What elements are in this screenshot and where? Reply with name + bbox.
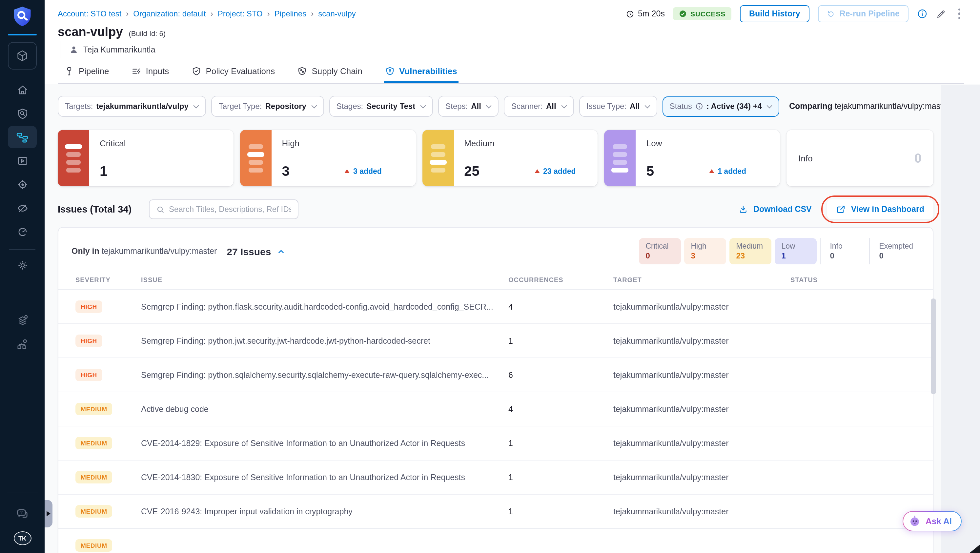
severity-cards: Critical 1 High 3 3 added bbox=[58, 130, 934, 186]
issues-header: Issues (Total 34) Download CSV View in D… bbox=[58, 199, 934, 219]
issue-title: CVE-2016-9243: Improper input validation… bbox=[141, 507, 508, 516]
chip-exempted[interactable]: Exempted 0 bbox=[869, 238, 920, 264]
main-area: Account: STO test› Organization: default… bbox=[45, 0, 980, 553]
medium-count: 25 bbox=[464, 163, 479, 179]
layers-settings-icon[interactable] bbox=[8, 309, 37, 331]
help-chat-icon[interactable]: ? bbox=[8, 502, 37, 525]
sidebar: ? TK bbox=[0, 0, 45, 553]
filter-bar: Targets:tejakummarikuntla/vulpy Target T… bbox=[58, 96, 934, 117]
targets-icon[interactable] bbox=[8, 173, 37, 195]
severity-level-indicator bbox=[605, 130, 636, 186]
breadcrumb-pipelines[interactable]: Pipelines bbox=[275, 9, 306, 18]
gauge-icon[interactable] bbox=[8, 221, 37, 243]
occurrences: 1 bbox=[508, 439, 613, 448]
table-row[interactable]: MEDIUM CVE-2014-1829: Exposure of Sensit… bbox=[58, 426, 933, 460]
up-triangle-icon bbox=[709, 169, 714, 173]
download-csv-button[interactable]: Download CSV bbox=[739, 205, 812, 214]
tab-policy-evaluations[interactable]: Policy Evaluations bbox=[190, 60, 276, 83]
table-row[interactable]: HIGH Semgrep Finding: python.sqlalchemy.… bbox=[58, 358, 933, 392]
sto-shield-logo-icon[interactable] bbox=[11, 5, 33, 30]
filter-stages[interactable]: Stages:Security Test bbox=[329, 96, 433, 117]
module-cube-icon[interactable] bbox=[8, 42, 37, 70]
breadcrumb-project[interactable]: Project: STO bbox=[218, 9, 263, 18]
edit-pencil-icon[interactable] bbox=[936, 9, 945, 19]
table-row[interactable]: MEDIUM Active debug code 4 tejakummariku… bbox=[58, 392, 933, 426]
chip-low[interactable]: Low 1 bbox=[775, 238, 817, 264]
tab-inputs[interactable]: Inputs bbox=[130, 60, 170, 83]
tab-pipeline[interactable]: Pipeline bbox=[63, 60, 111, 83]
filter-steps[interactable]: Steps:All bbox=[438, 96, 499, 117]
breadcrumb-org[interactable]: Organization: default bbox=[133, 9, 206, 18]
severity-level-indicator bbox=[422, 130, 453, 186]
author-line: Teja Kummarikuntla bbox=[60, 41, 964, 59]
chip-high[interactable]: High 3 bbox=[684, 238, 726, 264]
up-triangle-icon bbox=[345, 169, 350, 173]
severity-badge: HIGH bbox=[75, 335, 102, 347]
table-row[interactable]: HIGH Semgrep Finding: python.jwt.securit… bbox=[58, 323, 933, 358]
filter-scanner[interactable]: Scanner:All bbox=[504, 96, 574, 117]
settings-gear-icon[interactable] bbox=[8, 254, 37, 276]
chevron-down-icon bbox=[420, 103, 426, 108]
more-options-kebab-icon[interactable] bbox=[954, 7, 964, 21]
eye-off-icon[interactable] bbox=[8, 197, 37, 219]
chip-info[interactable]: Info 0 bbox=[820, 238, 866, 264]
high-count: 3 bbox=[282, 163, 290, 179]
view-in-dashboard-wrap: View in Dashboard bbox=[827, 199, 934, 219]
issue-title: Semgrep Finding: python.sqlalchemy.secur… bbox=[141, 370, 508, 380]
chevron-down-icon bbox=[767, 103, 772, 108]
vulnerabilities-shield-icon bbox=[385, 66, 395, 76]
up-triangle-icon bbox=[535, 169, 540, 173]
collapse-chevron-up-icon[interactable] bbox=[277, 247, 285, 256]
page-header: Account: STO test› Organization: default… bbox=[45, 0, 980, 84]
author-name: Teja Kummarikuntla bbox=[83, 45, 156, 54]
issues-search[interactable] bbox=[149, 199, 298, 219]
filter-target-type[interactable]: Target Type:Repository bbox=[212, 96, 324, 117]
filter-targets[interactable]: Targets:tejakummarikuntla/vulpy bbox=[58, 96, 206, 117]
table-row[interactable]: MEDIUM CVE-2016-9243: Improper input val… bbox=[58, 494, 933, 528]
issue-title: Semgrep Finding: python.flask.security.a… bbox=[141, 302, 508, 311]
table-row-partial[interactable]: MEDIUM bbox=[58, 528, 933, 553]
sidebar-divider bbox=[9, 249, 35, 250]
sidebar-expand-handle[interactable] bbox=[45, 500, 52, 528]
table-header: SEVERITY ISSUE OCCURRENCES TARGET STATUS bbox=[58, 276, 933, 289]
severity-card-low[interactable]: Low 5 1 added bbox=[605, 130, 780, 186]
build-history-button[interactable]: Build History bbox=[740, 5, 810, 22]
refresh-icon bbox=[827, 10, 835, 18]
pipelines-icon[interactable] bbox=[8, 126, 37, 148]
severity-card-critical[interactable]: Critical 1 bbox=[58, 130, 234, 186]
occurrences: 6 bbox=[508, 370, 613, 380]
group-title: Only in tejakummarikuntla/vulpy:master bbox=[72, 247, 217, 256]
home-icon[interactable] bbox=[8, 79, 37, 101]
executions-icon[interactable] bbox=[8, 149, 37, 172]
filter-status[interactable]: Status : Active (34) +4 bbox=[663, 96, 779, 116]
target: tejakummarikuntla/vulpy:master bbox=[613, 473, 791, 482]
ask-ai-button[interactable]: Ask AI bbox=[903, 511, 962, 531]
tab-supply-chain[interactable]: Supply Chain bbox=[296, 60, 364, 83]
target: tejakummarikuntla/vulpy:master bbox=[613, 439, 791, 448]
severity-card-high[interactable]: High 3 3 added bbox=[240, 130, 416, 186]
severity-badge: HIGH bbox=[75, 300, 102, 313]
shield-scan-icon[interactable] bbox=[8, 102, 37, 125]
breadcrumb-account[interactable]: Account: STO test bbox=[58, 9, 121, 18]
search-input[interactable] bbox=[169, 205, 291, 214]
breadcrumb-current[interactable]: scan-vulpy bbox=[318, 9, 356, 18]
user-avatar[interactable]: TK bbox=[13, 531, 31, 545]
view-in-dashboard-button[interactable]: View in Dashboard bbox=[837, 205, 924, 214]
chip-medium[interactable]: Medium 23 bbox=[729, 238, 772, 264]
page: ? TK Account: STO test› Organization: de… bbox=[0, 0, 980, 553]
org-settings-icon[interactable] bbox=[8, 332, 37, 355]
table-row[interactable]: MEDIUM CVE-2014-1830: Exposure of Sensit… bbox=[58, 460, 933, 494]
severity-card-medium[interactable]: Medium 25 23 added bbox=[422, 130, 598, 186]
tab-vulnerabilities[interactable]: Vulnerabilities bbox=[383, 60, 458, 83]
table-scrollbar-thumb[interactable] bbox=[931, 299, 936, 394]
chip-critical[interactable]: Critical 0 bbox=[639, 238, 681, 264]
target: tejakummarikuntla/vulpy:master bbox=[613, 404, 791, 413]
severity-card-info[interactable]: Info 0 bbox=[786, 130, 934, 186]
filter-issue-type[interactable]: Issue Type:All bbox=[579, 96, 658, 117]
info-icon[interactable] bbox=[917, 8, 927, 19]
rerun-pipeline-button[interactable]: Re-run Pipeline bbox=[818, 5, 908, 22]
table-row[interactable]: HIGH Semgrep Finding: python.flask.secur… bbox=[58, 289, 933, 323]
supply-chain-shield-icon bbox=[297, 66, 307, 76]
logo-underline bbox=[8, 34, 37, 35]
policy-shield-check-icon bbox=[191, 66, 201, 76]
